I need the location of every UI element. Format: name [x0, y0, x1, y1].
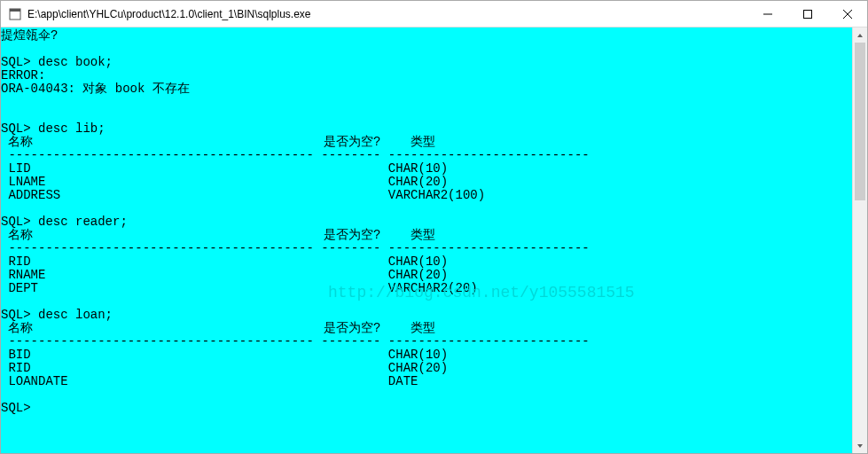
scrollbar-thumb[interactable] — [855, 43, 865, 200]
scroll-up-arrow-icon[interactable] — [853, 27, 867, 43]
window-controls — [747, 1, 867, 27]
minimize-button[interactable] — [747, 1, 787, 27]
scrollbar-track[interactable] — [853, 43, 867, 438]
svg-rect-1 — [10, 9, 20, 12]
terminal-output[interactable]: 提煌瓴伞? SQL> desc book; ERROR: ORA-04043: … — [1, 27, 852, 453]
window-titlebar: E:\app\client\YHLCu\product\12.1.0\clien… — [1, 1, 867, 27]
scroll-down-arrow-icon[interactable] — [853, 438, 867, 453]
vertical-scrollbar[interactable] — [852, 27, 867, 453]
svg-rect-3 — [803, 10, 811, 18]
app-icon — [8, 7, 22, 21]
maximize-button[interactable] — [787, 1, 827, 27]
window-title: E:\app\client\YHLCu\product\12.1.0\clien… — [27, 8, 747, 20]
close-button[interactable] — [827, 1, 867, 27]
